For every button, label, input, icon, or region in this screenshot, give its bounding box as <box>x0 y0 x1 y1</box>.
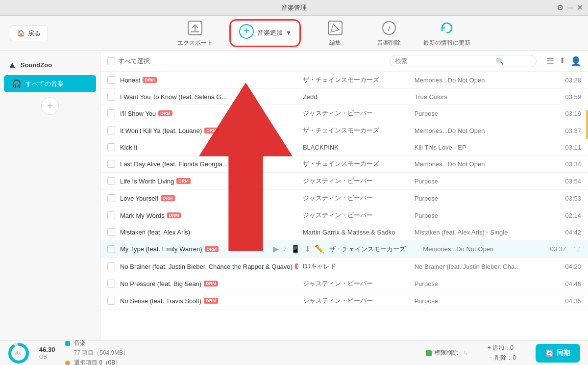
track-checkbox[interactable] <box>107 160 115 168</box>
track-checkbox[interactable] <box>107 297 115 305</box>
list-view-icon[interactable]: ☰ <box>546 56 554 67</box>
play-icon[interactable]: ▶ <box>273 244 279 254</box>
track-row[interactable]: I Want You To Know (feat. Selena G... Ze… <box>100 89 588 105</box>
content-toolbar: すべて選択 🔍 ☰ ⬆ 👤 <box>100 51 588 72</box>
track-row[interactable]: No Sense (feat. Travis Scott) DRM ジャスティン… <box>100 292 588 310</box>
track-name: No Sense (feat. Travis Scott) DRM <box>120 297 298 305</box>
select-all-checkbox[interactable] <box>107 57 115 65</box>
track-checkbox[interactable] <box>107 280 115 287</box>
export-icon[interactable]: ⬇ <box>304 244 311 254</box>
track-checkbox[interactable] <box>107 143 115 151</box>
track-row[interactable]: Love Yourself DRM ジャスティン・ビーバー Purpose 03… <box>100 190 588 207</box>
title-bar: 音楽管理 ⚙ ─ ✕ <box>0 0 588 16</box>
track-row[interactable]: Last Day Alive (feat. Florida Georgia...… <box>100 156 588 173</box>
sidebar-item-all-music[interactable]: 🎧 すべての音楽 <box>4 75 96 92</box>
track-row[interactable]: Mark My Words DRM ジャスティン・ビーバー Purpose 02… <box>100 207 588 224</box>
update-button[interactable]: 最新の情報に更新 <box>423 19 470 47</box>
music-dot <box>65 341 70 346</box>
track-checkbox[interactable] <box>107 177 115 185</box>
track-checkbox[interactable] <box>107 245 115 253</box>
minimize-icon[interactable]: ─ <box>567 3 573 12</box>
back-button[interactable]: 🏠 戻る <box>10 26 48 41</box>
track-row[interactable]: Life Is Worth Living DRM ジャスティン・ビーバー Pur… <box>100 173 588 190</box>
selected-dot <box>65 361 70 365</box>
track-checkbox[interactable] <box>107 93 115 101</box>
storage-remaining-label: 残り <box>15 351 22 355</box>
track-row[interactable]: I'll Show You DRM ジャスティン・ビーバー Purpose 03… <box>100 105 588 122</box>
track-artist: Zedd <box>303 93 410 101</box>
track-album: Purpose <box>415 110 557 117</box>
sort-icon[interactable]: ⬆ <box>559 56 565 67</box>
track-album: Memories...Do Not Open <box>415 77 557 84</box>
svg-rect-3 <box>328 21 342 35</box>
svg-text:♪: ♪ <box>387 23 391 33</box>
select-all-control[interactable]: すべて選択 <box>107 57 150 66</box>
track-duration: 04:20 <box>562 263 581 270</box>
track-duration: 04:46 <box>562 280 581 287</box>
footer-right: 権限削除 ↳ + 追加：0 － 削除：0 🔄 同期 <box>426 344 580 363</box>
track-duration: 03:28 <box>562 77 581 84</box>
track-duration: 03:19 <box>562 110 581 117</box>
note-icon[interactable]: ♪ <box>283 244 287 254</box>
track-artist: BLACKPINK <box>303 144 410 151</box>
add-music-button[interactable]: + 音楽追加 ▼ <box>229 19 301 47</box>
search-input[interactable] <box>395 57 493 65</box>
footer: 残り 46.30 GB 音楽 77 項目（564.9MB） 選択項目 0（0B）… <box>0 340 588 365</box>
track-name: Mistaken (feat. Alex Aris) <box>120 229 298 236</box>
edit-icon[interactable]: ✏️ <box>315 244 324 254</box>
user-icon[interactable]: 👤 <box>570 56 581 67</box>
delete-track-icon[interactable]: 🗑 <box>573 245 581 254</box>
track-name: Last Day Alive (feat. Florida Georgia... <box>120 160 298 168</box>
drm-badge: DRM <box>295 263 298 269</box>
footer-info: 音楽 77 項目（564.9MB） 選択項目 0（0B） <box>65 339 129 365</box>
track-row[interactable]: Honest DRM ザ・チェインスモーカーズ Memories...Do No… <box>100 72 588 89</box>
track-album: Memories...Do Not Open <box>415 160 557 168</box>
sync-button[interactable]: 🔄 同期 <box>536 344 580 363</box>
delete-music-button[interactable]: ♪ 音楽削除 <box>369 19 409 47</box>
track-checkbox[interactable] <box>107 76 115 84</box>
track-checkbox[interactable] <box>107 262 115 270</box>
plus-icon: + <box>47 101 53 112</box>
track-name: Honest DRM <box>120 77 298 84</box>
track-checkbox[interactable] <box>107 109 115 117</box>
svg-text:+: + <box>244 26 249 36</box>
track-row[interactable]: No Pressure (feat. Big Sean) DRM ジャスティン・… <box>100 275 588 292</box>
track-album: Memories...Do Not Open <box>423 245 541 253</box>
track-artist: ジャスティン・ビーバー <box>303 194 410 203</box>
track-row[interactable]: Kick It BLACKPINK Kill This Love - EP 03… <box>100 139 588 156</box>
track-checkbox[interactable] <box>107 211 115 219</box>
back-icon: 🏠 <box>17 29 25 37</box>
close-icon[interactable]: ✕ <box>577 3 583 12</box>
track-name: It Won't Kill Ya (feat. Louane) DRM <box>120 127 298 134</box>
track-artist: Martin Garrix & Matisse & Sadko <box>303 229 410 236</box>
track-duration: 02:14 <box>562 212 581 219</box>
track-name: I'll Show You DRM <box>120 110 298 117</box>
track-album: Purpose <box>415 178 557 185</box>
track-row[interactable]: My Type (feat. Emily Warren) DRM ▶ ♪ 📱 ⬇… <box>100 240 588 258</box>
device-icon[interactable]: 📱 <box>291 244 300 254</box>
track-checkbox[interactable] <box>107 228 115 236</box>
edit-button[interactable]: 編集 <box>316 19 355 47</box>
export-button[interactable]: エクスポート <box>175 19 215 47</box>
track-artist: ザ・チェインスモーカーズ <box>303 76 410 84</box>
delete-icon: ♪ <box>380 19 398 37</box>
search-box[interactable]: 🔍 <box>390 55 537 67</box>
add-playlist-button[interactable]: + <box>41 97 59 115</box>
toolbar: 🏠 戻る エクスポート + <box>0 16 588 51</box>
track-checkbox[interactable] <box>107 194 115 202</box>
toolbar-icons: ☰ ⬆ 👤 <box>546 56 581 67</box>
drm-badge: DRM <box>143 77 157 83</box>
track-row[interactable]: No Brainer (feat. Justin Bieber, Chance … <box>100 258 588 275</box>
track-duration: 03:54 <box>562 178 581 185</box>
track-checkbox[interactable] <box>107 127 115 134</box>
settings-icon[interactable]: ⚙ <box>557 3 564 12</box>
drm-badge: DRM <box>205 246 219 252</box>
track-row[interactable]: It Won't Kill Ya (feat. Louane) DRM ザ・チェ… <box>100 122 588 139</box>
track-duration: 03:11 <box>562 144 581 151</box>
export-icon <box>186 19 204 37</box>
main-layout: ▲ SoundZoo 🎧 すべての音楽 + すべて選択 🔍 ☰ ⬆ <box>0 51 588 340</box>
toolbar-actions: エクスポート + 音楽追加 ▼ <box>68 19 578 47</box>
track-name: Life Is Worth Living DRM <box>120 178 298 185</box>
window-controls: ⚙ ─ ✕ <box>557 3 583 12</box>
track-row[interactable]: Mistaken (feat. Alex Aris) Martin Garrix… <box>100 224 588 240</box>
